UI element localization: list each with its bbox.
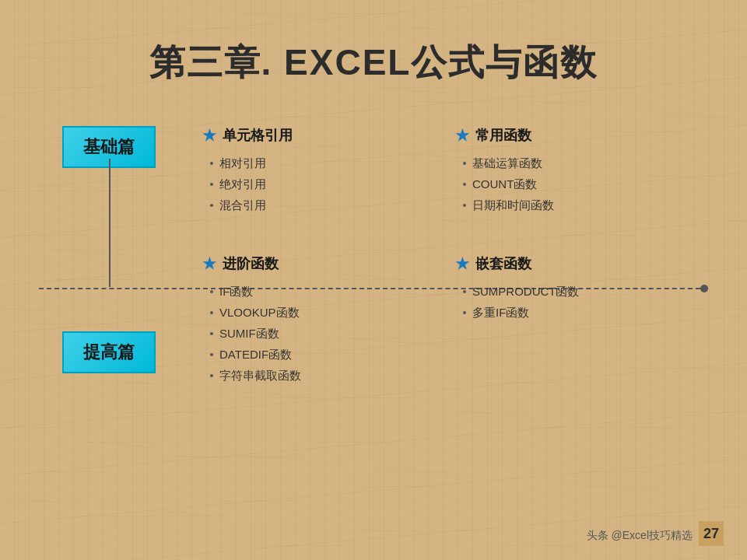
list-item: SUMPRODUCT函数 [463, 281, 708, 302]
cell-ref-title: ★ 单元格引用 [202, 126, 455, 145]
list-item: 绝对引用 [210, 173, 455, 194]
connector-line [109, 159, 110, 287]
list-item: DATEDIF函数 [210, 344, 455, 365]
nested-func-block: ★ 嵌套函数 SUMPRODUCT函数 多重IF函数 [455, 254, 708, 386]
page-title: 第三章. EXCEL公式与函数 [39, 39, 708, 87]
right-section: ★ 单元格引用 相对引用 绝对引用 混合引用 ★ 常用函数 [179, 126, 708, 460]
cell-ref-items: 相对引用 绝对引用 混合引用 [202, 152, 455, 215]
list-item: 字符串截取函数 [210, 365, 455, 386]
advanced-func-title-text: 进阶函数 [223, 254, 279, 273]
star-icon-4: ★ [455, 254, 469, 273]
list-item: 多重IF函数 [463, 302, 708, 323]
nested-func-title: ★ 嵌套函数 [455, 254, 708, 273]
common-func-block: ★ 常用函数 基础运算函数 COUNT函数 日期和时间函数 [455, 126, 708, 215]
list-item: 日期和时间函数 [463, 194, 708, 215]
list-item: 混合引用 [210, 194, 455, 215]
nested-func-title-text: 嵌套函数 [475, 254, 531, 273]
star-icon-1: ★ [202, 126, 216, 145]
nested-func-items: SUMPRODUCT函数 多重IF函数 [455, 281, 708, 323]
advanced-func-block: ★ 进阶函数 IF函数 VLOOKUP函数 SUMIF函数 DATEDIF函数 … [202, 254, 455, 386]
list-item: SUMIF函数 [210, 323, 455, 344]
common-func-title-text: 常用函数 [475, 126, 531, 145]
cell-ref-block: ★ 单元格引用 相对引用 绝对引用 混合引用 [202, 126, 455, 215]
common-func-title: ★ 常用函数 [455, 126, 708, 145]
advanced-func-title: ★ 进阶函数 [202, 254, 455, 273]
watermark-text: 头条 @Excel技巧精选 [587, 529, 693, 541]
bottom-content: ★ 进阶函数 IF函数 VLOOKUP函数 SUMIF函数 DATEDIF函数 … [202, 254, 708, 386]
common-func-items: 基础运算函数 COUNT函数 日期和时间函数 [455, 152, 708, 215]
list-item: 基础运算函数 [463, 152, 708, 173]
list-item: 相对引用 [210, 152, 455, 173]
star-icon-3: ★ [202, 254, 216, 273]
list-item: VLOOKUP函数 [210, 302, 455, 323]
left-section: 基础篇 提高篇 [39, 126, 179, 460]
cell-ref-title-text: 单元格引用 [223, 126, 293, 145]
list-item: IF函数 [210, 281, 455, 302]
tigao-box: 提高篇 [62, 331, 156, 373]
main-layout: 基础篇 提高篇 ★ 单元格引用 相对引用 绝对引用 混 [39, 126, 708, 460]
slide: 第三章. EXCEL公式与函数 基础篇 提高篇 ★ 单元格引用 [0, 0, 747, 560]
star-icon-2: ★ [455, 126, 469, 145]
advanced-func-items: IF函数 VLOOKUP函数 SUMIF函数 DATEDIF函数 字符串截取函数 [202, 281, 455, 386]
page-number: 27 [699, 521, 724, 546]
top-content: ★ 单元格引用 相对引用 绝对引用 混合引用 ★ 常用函数 [202, 126, 708, 215]
list-item: COUNT函数 [463, 173, 708, 194]
watermark: 头条 @Excel技巧精选 [587, 529, 693, 543]
